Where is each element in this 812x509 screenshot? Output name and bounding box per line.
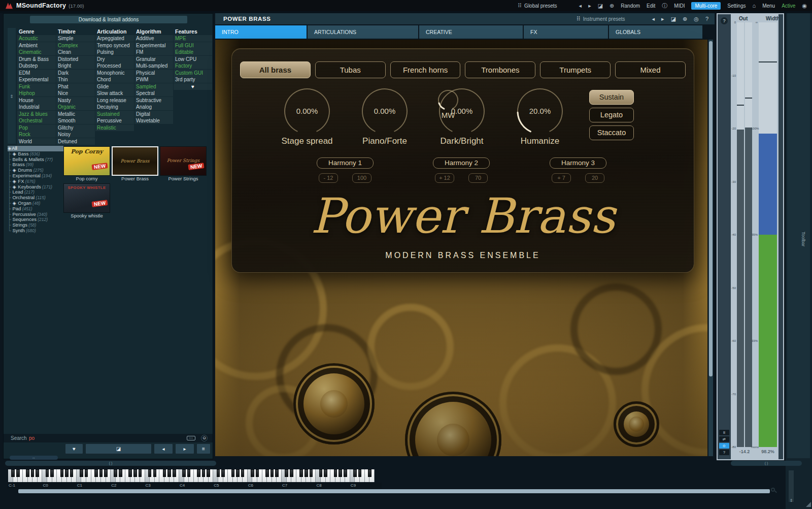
filter-item-thin[interactable]: Thin [56,76,95,83]
filter-item-glide[interactable]: Glide [95,83,134,90]
black-key[interactable] [304,469,308,477]
filter-item-processed[interactable]: Processed [95,62,134,69]
black-key[interactable] [358,469,362,477]
filter-item-rock[interactable]: Rock [17,131,56,138]
filter-item-pop[interactable]: Pop [17,124,56,131]
tab-globals[interactable]: GLOBALS [609,25,702,39]
black-key[interactable] [221,469,225,477]
filter-item-smooth[interactable]: Smooth [56,117,95,124]
filter-item-nasty[interactable]: Nasty [56,97,95,104]
active-toggle[interactable]: Active [782,3,795,9]
preset-power-brass[interactable]: Power BrassPower Brass [112,146,158,182]
harmony-button-2[interactable]: Harmony 2 [433,157,490,169]
black-key[interactable] [80,469,83,477]
harmony-transpose-1[interactable]: - 12 [319,173,338,183]
filter-item-fm[interactable]: FM [134,49,173,55]
filter-item-full-gui[interactable]: Full GUI [174,42,212,49]
black-key[interactable] [114,469,117,477]
filter-item-long-release[interactable]: Long release [95,97,134,104]
next-preset-button[interactable]: ▸ [175,443,194,454]
download-install-addons-button[interactable]: Download & Install addons [30,16,187,23]
filter-item-cinematic[interactable]: Cinematic [17,49,56,55]
previous-icon[interactable]: ◂ [652,16,655,22]
filter-item-organic[interactable]: Organic [56,104,95,110]
tree-expand-icon[interactable]: ◈ [12,178,16,184]
filter-gutter-handle[interactable]: ⇕ [8,28,16,144]
black-key[interactable] [50,469,54,477]
filter-item-decaying[interactable]: Decaying [95,104,134,110]
tree-item-synth[interactable]: └ Synth (680) [8,228,63,234]
filter-item-detuned[interactable]: Detuned [56,138,95,145]
black-key[interactable] [251,469,254,477]
black-key[interactable] [11,469,15,477]
filter-item-glitchy[interactable]: Glitchy [56,124,95,131]
black-key[interactable] [119,469,122,477]
black-key[interactable] [285,469,288,477]
knob-stage-spread[interactable]: 0.00% [283,87,331,135]
home-icon[interactable]: ⌂ [752,3,756,9]
edit-button[interactable]: Edit [647,3,655,9]
black-key[interactable] [368,469,371,477]
keyboard-scrollbar[interactable] [18,489,770,493]
previous-preset-icon[interactable]: ◂ [579,3,582,9]
filter-item-wavetable[interactable]: Wavetable [134,117,173,124]
black-key[interactable] [344,469,347,477]
filter-item-3rd-party[interactable]: 3rd party [174,76,212,83]
filter-item-house[interactable]: House [17,97,56,104]
filter-item-tempo-synced[interactable]: Tempo synced [95,42,134,49]
black-key[interactable] [163,469,166,477]
keyboard-zoom-icon[interactable] [771,488,777,494]
articulation-button-legato[interactable]: Legato [589,108,634,122]
black-key[interactable] [207,469,210,477]
preset-pop-corny[interactable]: Pop CornyNEWPop corny [63,146,110,182]
black-key[interactable] [99,469,103,477]
black-key[interactable] [187,469,191,477]
filter-item-chord[interactable]: Chord [95,76,134,83]
save-icon[interactable]: ◪ [671,16,676,22]
filter-item-monophonic[interactable]: Monophonic [95,70,134,76]
filter-item-factory[interactable]: Factory [174,62,212,69]
black-key[interactable] [153,469,157,477]
black-key[interactable] [173,469,176,477]
black-key[interactable] [36,469,39,477]
meter-help-button-2[interactable]: ? [719,450,729,455]
filter-item-edm[interactable]: EDM [17,70,56,76]
articulation-button-sustain[interactable]: Sustain [589,90,634,105]
filter-item-drum-bass[interactable]: Drum & Bass [17,56,56,62]
add-preset-icon[interactable]: ⊕ [610,3,614,9]
filter-item-dry[interactable]: Dry [95,56,134,62]
load-preset-button[interactable]: ◪ [85,443,152,454]
black-key[interactable] [217,469,220,477]
black-key[interactable] [231,469,235,477]
multi-core-toggle[interactable]: Multi-core [691,2,721,10]
filter-item-simple[interactable]: Simple [56,35,95,42]
black-key[interactable] [290,469,293,477]
filter-item-analog[interactable]: Analog [134,104,173,110]
black-key[interactable] [319,469,323,477]
filter-item-subtractive[interactable]: Subtractive [134,97,173,104]
info-icon[interactable]: ⓘ [662,2,667,10]
black-key[interactable] [270,469,274,477]
filter-item-item[interactable]: ♥ [174,83,212,90]
black-key[interactable] [265,469,269,477]
global-presets-button[interactable]: ⠿ Global presets [518,3,557,9]
filter-item-dark[interactable]: Dark [56,70,95,76]
next-icon[interactable]: ▸ [661,16,664,22]
main-vertical-scrollbar[interactable] [708,40,713,456]
knob-humanize[interactable]: 20.0% [516,87,564,135]
black-key[interactable] [310,469,313,477]
harmony-amount-1[interactable]: 100 [352,173,371,183]
filter-item-additive[interactable]: Additive [134,35,173,42]
black-key[interactable] [256,469,259,477]
filter-item-complex[interactable]: Complex [56,42,95,49]
tab-fx[interactable]: FX [524,25,608,39]
filter-item-multi-sampled[interactable]: Multi-sampled [134,62,173,69]
left-panel-resize-handle[interactable]: ( ) [5,461,216,466]
filter-item-clean[interactable]: Clean [56,49,95,55]
black-key[interactable] [334,469,337,477]
meter-power-button[interactable]: ⊙ [719,443,729,449]
black-key[interactable] [139,469,142,477]
filter-item-noisy[interactable]: Noisy [56,131,95,138]
harmony-transpose-3[interactable]: + 7 [552,173,571,183]
filter-item-slow-attack[interactable]: Slow attack [95,90,134,97]
